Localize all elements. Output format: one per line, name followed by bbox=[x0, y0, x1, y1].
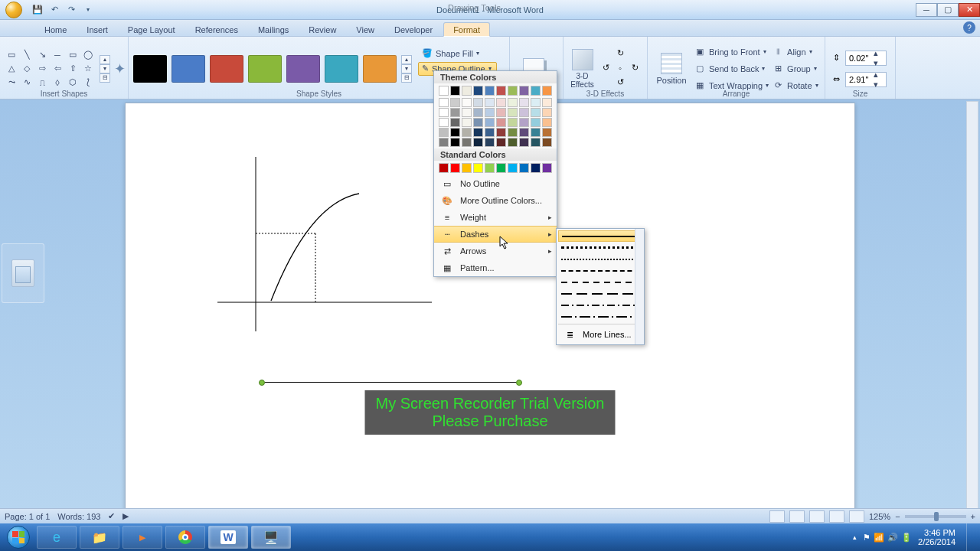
color-swatch[interactable] bbox=[450, 86, 460, 96]
arrows-item[interactable]: ⇄ Arrows ▸ bbox=[434, 243, 557, 259]
style-swatch[interactable] bbox=[363, 55, 397, 83]
shapes-scroll-down[interactable]: ▾ bbox=[100, 64, 110, 73]
color-swatch[interactable] bbox=[462, 86, 472, 96]
tab-view[interactable]: View bbox=[347, 23, 384, 36]
color-swatch[interactable] bbox=[462, 163, 472, 173]
shape-fill-button[interactable]: 🪣 Shape Fill ▾ bbox=[418, 47, 497, 60]
color-swatch[interactable] bbox=[450, 163, 460, 173]
zoom-in-button[interactable]: + bbox=[971, 512, 975, 521]
help-button[interactable]: ? bbox=[963, 21, 975, 34]
shapes-scroll-up[interactable]: ▴ bbox=[100, 55, 110, 64]
tilt-left-icon[interactable]: ↺ bbox=[599, 62, 612, 74]
dashes-item[interactable]: ┄ Dashes ▸ bbox=[434, 226, 557, 243]
edit-shape-button[interactable]: ✦ bbox=[113, 44, 126, 93]
tilt-up-icon[interactable]: ↻ bbox=[614, 47, 626, 60]
dash-long-dash-dot[interactable] bbox=[558, 311, 642, 322]
color-swatch[interactable] bbox=[439, 98, 449, 107]
color-swatch[interactable] bbox=[542, 86, 552, 96]
tray-flag-icon[interactable]: ⚑ bbox=[863, 533, 871, 543]
tab-page-layout[interactable]: Page Layout bbox=[119, 23, 185, 36]
color-swatch[interactable] bbox=[485, 138, 495, 147]
styles-scroll-down[interactable]: ▾ bbox=[401, 64, 412, 73]
view-web[interactable] bbox=[809, 510, 825, 523]
flyout-scrollbar[interactable] bbox=[635, 229, 644, 344]
shape-triangle-icon[interactable]: △ bbox=[5, 63, 18, 75]
color-swatch[interactable] bbox=[485, 98, 495, 107]
more-lines-item[interactable]: ≣ More Lines... bbox=[558, 326, 642, 343]
color-swatch[interactable] bbox=[508, 98, 518, 107]
shape-diamond-icon[interactable]: ◇ bbox=[20, 63, 34, 75]
tray-network-icon[interactable]: 📶 bbox=[874, 533, 884, 543]
undo-icon[interactable]: ↶ bbox=[49, 5, 60, 15]
shape-arrow-icon[interactable]: ↘ bbox=[35, 49, 49, 61]
color-swatch[interactable] bbox=[519, 108, 529, 117]
color-swatch[interactable] bbox=[473, 163, 483, 173]
tab-developer[interactable]: Developer bbox=[385, 23, 442, 36]
view-outline[interactable] bbox=[829, 510, 844, 523]
color-swatch[interactable] bbox=[542, 108, 552, 117]
taskbar-chrome[interactable] bbox=[165, 526, 205, 549]
start-button[interactable] bbox=[3, 523, 34, 551]
dash-dash[interactable] bbox=[558, 276, 642, 288]
color-swatch[interactable] bbox=[508, 108, 518, 117]
shape-connector-icon[interactable]: ⎍ bbox=[35, 77, 49, 89]
color-swatch[interactable] bbox=[531, 108, 541, 117]
color-swatch[interactable] bbox=[473, 138, 483, 147]
shape-rarrow-icon[interactable]: ⇨ bbox=[35, 63, 49, 75]
tab-format[interactable]: Format bbox=[443, 22, 490, 37]
color-swatch[interactable] bbox=[531, 86, 541, 96]
color-swatch[interactable] bbox=[496, 108, 506, 117]
color-swatch[interactable] bbox=[542, 163, 552, 173]
color-swatch[interactable] bbox=[496, 98, 506, 107]
tab-review[interactable]: Review bbox=[299, 23, 345, 36]
taskbar-media[interactable]: ▶ bbox=[122, 526, 162, 549]
zoom-level[interactable]: 125% bbox=[869, 512, 890, 521]
office-button[interactable] bbox=[0, 0, 28, 20]
tab-mailings[interactable]: Mailings bbox=[249, 23, 298, 36]
shape-line-icon[interactable]: ╲ bbox=[20, 49, 34, 61]
tray-clock[interactable]: 3:46 PM 2/26/2014 bbox=[918, 528, 956, 546]
color-swatch[interactable] bbox=[450, 138, 460, 147]
color-swatch[interactable] bbox=[496, 163, 506, 173]
tab-home[interactable]: Home bbox=[35, 23, 76, 36]
color-swatch[interactable] bbox=[531, 163, 541, 173]
color-swatch[interactable] bbox=[473, 86, 483, 96]
color-swatch[interactable] bbox=[542, 98, 552, 107]
style-swatch[interactable] bbox=[210, 55, 243, 83]
color-swatch[interactable] bbox=[485, 128, 495, 137]
color-swatch[interactable] bbox=[508, 128, 518, 137]
maximize-button[interactable]: ▢ bbox=[937, 3, 959, 17]
minimize-button[interactable]: ─ bbox=[916, 3, 937, 17]
tilt-right-icon[interactable]: ↻ bbox=[629, 62, 641, 74]
color-swatch[interactable] bbox=[531, 98, 541, 107]
color-swatch[interactable] bbox=[519, 128, 529, 137]
group-button[interactable]: ⊞Group▾ bbox=[772, 61, 818, 77]
resize-handle-right[interactable] bbox=[516, 380, 522, 386]
shape-uarrow-icon[interactable]: ⇧ bbox=[66, 63, 80, 75]
color-swatch[interactable] bbox=[508, 138, 518, 147]
color-swatch[interactable] bbox=[485, 163, 495, 173]
tilt-center-icon[interactable]: ◦ bbox=[614, 62, 626, 74]
no-outline-item[interactable]: ▭ No Outline bbox=[434, 175, 557, 192]
shape-line2-icon[interactable]: ─ bbox=[51, 49, 64, 61]
weight-item[interactable]: ≡ Weight ▸ bbox=[434, 209, 557, 226]
color-swatch[interactable] bbox=[508, 163, 518, 173]
shapes-gallery[interactable]: ▭ ╲ ↘ ─ ▭ ◯ △ ◇ ⇨ ⇦ ⇧ ☆ ⤳ ∿ ⎍ ◊ ⬡ ⟅ bbox=[5, 49, 95, 89]
close-button[interactable]: ✕ bbox=[959, 3, 980, 17]
view-print-layout[interactable] bbox=[769, 510, 785, 523]
vertical-scrollbar[interactable] bbox=[966, 101, 978, 522]
align-button[interactable]: ⫴Align▾ bbox=[772, 44, 818, 60]
tilt-down-icon[interactable]: ↺ bbox=[614, 77, 626, 89]
shape-callout-icon[interactable]: ◊ bbox=[51, 77, 64, 89]
color-swatch[interactable] bbox=[439, 86, 449, 96]
view-draft[interactable] bbox=[849, 510, 864, 523]
color-swatch[interactable] bbox=[439, 138, 449, 147]
proofing-icon[interactable]: ✔ bbox=[108, 511, 115, 521]
color-swatch[interactable] bbox=[450, 128, 460, 137]
shapes-more[interactable]: ⊟ bbox=[100, 73, 110, 83]
dash-short[interactable] bbox=[558, 265, 642, 276]
color-swatch[interactable] bbox=[542, 138, 552, 147]
color-swatch[interactable] bbox=[496, 86, 506, 96]
selected-line-shape[interactable] bbox=[262, 379, 519, 386]
qat-dropdown-icon[interactable]: ▾ bbox=[83, 5, 93, 15]
